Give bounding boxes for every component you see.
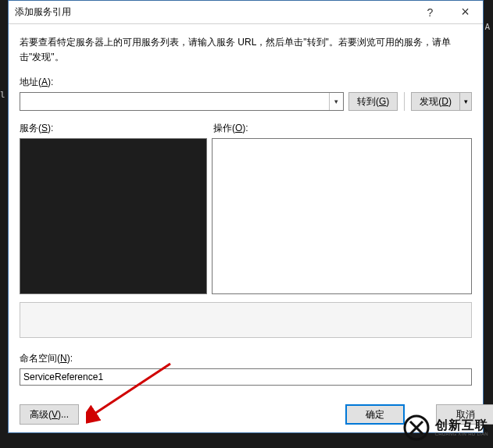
logo-icon xyxy=(402,414,430,442)
advanced-button[interactable]: 高级(V)... xyxy=(20,404,79,425)
namespace-label: 命名空间(N): xyxy=(20,352,472,365)
services-label: 服务(S): xyxy=(20,122,207,135)
address-input[interactable] xyxy=(20,93,329,110)
ok-button[interactable]: 确定 xyxy=(345,404,405,425)
bg-code-fragment: l xyxy=(0,90,5,100)
address-combobox[interactable]: ▾ xyxy=(20,92,344,111)
operations-listbox[interactable] xyxy=(212,138,472,294)
logo-text-cn: 创新互联 xyxy=(435,419,488,432)
operations-label: 操作(O): xyxy=(207,122,472,135)
dialog-title: 添加服务引用 xyxy=(15,5,71,19)
watermark-logo: 创新互联 CHUANG XIN HU LIAN xyxy=(402,414,488,442)
bg-code-fragment: A xyxy=(484,22,490,32)
discover-button[interactable]: 发现(D) xyxy=(411,92,459,111)
namespace-input[interactable] xyxy=(20,368,472,386)
dialog-content: 若要查看特定服务器上的可用服务列表，请输入服务 URL，然后单击"转到"。若要浏… xyxy=(9,24,483,432)
separator xyxy=(404,92,405,111)
close-button[interactable]: × xyxy=(448,1,483,24)
go-button[interactable]: 转到(G) xyxy=(348,92,398,111)
logo-text-en: CHUANG XIN HU LIAN xyxy=(435,432,488,436)
discover-dropdown-button[interactable]: ▾ xyxy=(459,92,472,111)
instructions-text: 若要查看特定服务器上的可用服务列表，请输入服务 URL，然后单击"转到"。若要浏… xyxy=(20,35,472,65)
services-listbox[interactable] xyxy=(20,138,207,294)
address-label: 地址(A): xyxy=(20,76,472,89)
titlebar: 添加服务引用 ? × xyxy=(9,1,483,24)
combo-dropdown-icon[interactable]: ▾ xyxy=(329,93,343,110)
help-button[interactable]: ? xyxy=(413,1,448,24)
status-panel xyxy=(20,302,472,338)
add-service-reference-dialog: 添加服务引用 ? × 若要查看特定服务器上的可用服务列表，请输入服务 URL，然… xyxy=(8,0,484,433)
